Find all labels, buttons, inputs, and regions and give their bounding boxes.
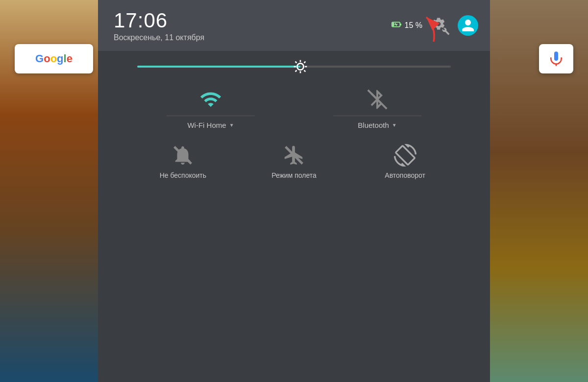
header-bar: 17:06 Воскресенье, 11 октября 15 %: [98, 0, 490, 51]
person-icon: [459, 17, 477, 34]
google-bar[interactable]: Google: [15, 44, 93, 73]
bluetooth-dropdown-arrow[interactable]: ▼: [392, 122, 397, 128]
dnd-label-text: Не беспокоить: [160, 171, 206, 179]
wifi-icon: [198, 87, 223, 112]
autorotate-label-text: Автоповорот: [385, 171, 425, 179]
panel-body: Wi-Fi Home ▼: [98, 51, 490, 382]
tile-wifi[interactable]: Wi-Fi Home ▼: [167, 87, 255, 129]
tile-bluetooth[interactable]: Bluetooth ▼: [333, 87, 421, 129]
user-avatar[interactable]: [458, 15, 478, 36]
wifi-label: Wi-Fi Home ▼: [187, 121, 234, 129]
wifi-divider: [167, 116, 255, 116]
svg-line-9: [295, 62, 296, 63]
autorotate-icon: [394, 144, 416, 167]
mic-icon: [548, 51, 564, 67]
bluetooth-label-text: Bluetooth: [358, 121, 389, 129]
settings-button[interactable]: [430, 16, 450, 35]
svg-line-12: [295, 71, 296, 72]
wifi-dropdown-arrow[interactable]: ▼: [229, 122, 234, 128]
airplane-icon: [283, 144, 305, 167]
time-display: 17:06: [114, 9, 204, 32]
wrench-icon: [442, 27, 450, 35]
mic-bar[interactable]: [539, 44, 573, 73]
time-section: 17:06 Воскресенье, 11 октября: [114, 9, 204, 42]
google-logo: Google: [35, 52, 73, 65]
date-display: Воскресенье, 11 октября: [114, 33, 204, 42]
airplane-label: Режим полета: [271, 171, 317, 179]
bluetooth-divider: [333, 116, 421, 116]
brightness-slider-thumb[interactable]: [292, 58, 309, 75]
svg-point-4: [297, 63, 303, 70]
bluetooth-label: Bluetooth ▼: [358, 121, 396, 129]
tiles-grid: Wi-Fi Home ▼: [127, 87, 461, 179]
wifi-icon-area: [167, 87, 255, 116]
notification-panel: 17:06 Воскресенье, 11 октября 15 %: [98, 0, 490, 382]
svg-line-11: [304, 62, 305, 63]
wifi-label-text: Wi-Fi Home: [187, 121, 226, 129]
svg-rect-1: [400, 24, 401, 25]
battery-icon: [391, 19, 402, 32]
tile-dnd[interactable]: Не беспокоить: [139, 144, 227, 179]
bluetooth-icon: [365, 87, 390, 112]
brightness-slider-fill: [137, 66, 300, 68]
battery-percent: 15 %: [405, 21, 422, 30]
dnd-label: Не беспокоить: [160, 171, 206, 179]
svg-rect-2: [392, 23, 394, 26]
brightness-section[interactable]: [127, 66, 461, 68]
tile-autorotate[interactable]: Автоповорот: [361, 144, 449, 179]
tile-airplane[interactable]: Режим полета: [250, 144, 338, 179]
tiles-row-2: Не беспокоить Режим полета: [127, 144, 461, 179]
header-icons: 15 %: [391, 15, 478, 36]
dnd-icon: [172, 144, 194, 167]
brightness-slider-track[interactable]: [137, 66, 451, 68]
bluetooth-icon-area: [333, 87, 421, 116]
airplane-label-text: Режим полета: [271, 171, 317, 179]
autorotate-label: Автоповорот: [385, 171, 425, 179]
battery-section: 15 %: [391, 19, 422, 32]
svg-line-10: [304, 71, 305, 72]
tiles-row-1: Wi-Fi Home ▼: [127, 87, 461, 129]
